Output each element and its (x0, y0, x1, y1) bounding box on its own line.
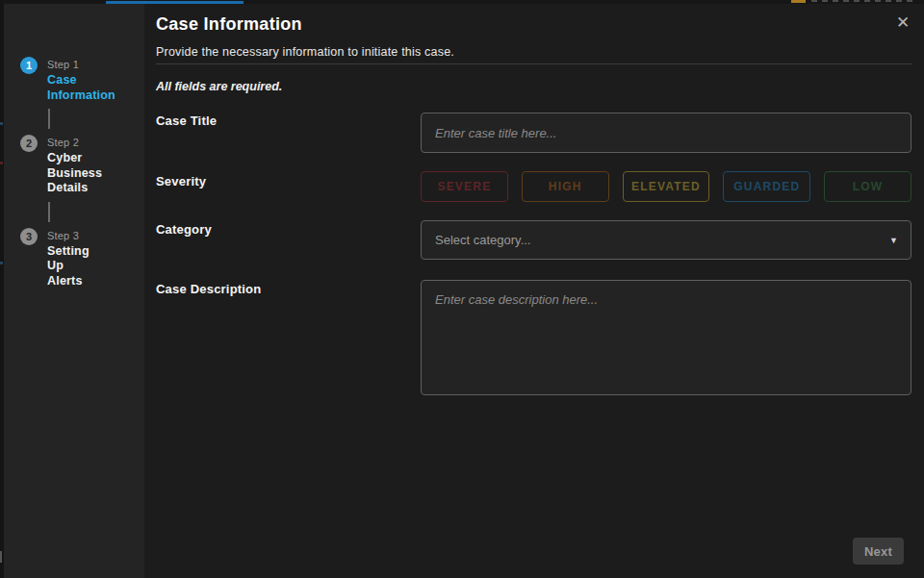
severity-label: Severity (156, 174, 206, 188)
close-icon[interactable]: ✕ (891, 12, 914, 35)
severity-low-button[interactable]: LOW (824, 171, 911, 202)
required-note: All fields are required. (156, 80, 282, 93)
step-2-label: Step 2 (47, 137, 102, 148)
step-2-texts: Step 2 Cyber Business Details (47, 135, 102, 196)
case-description-label: Case Description (156, 282, 261, 296)
wizard-body: Case Information Provide the necessary i… (144, 4, 924, 578)
step-3-circle-icon: 3 (20, 228, 38, 245)
case-title-input[interactable] (421, 113, 911, 153)
category-select[interactable]: Select category... ▼ (421, 220, 911, 260)
severity-elevated-button[interactable]: ELEVATED (623, 171, 710, 202)
severity-severe-button[interactable]: SEVERE (421, 171, 508, 202)
step-2-circle-icon: 2 (20, 135, 38, 152)
wizard-stepper: 1 Step 1 Case Information 2 Step 2 Cyber… (4, 4, 144, 578)
background-warning-icon (791, 0, 806, 3)
step-1-name: Case Information (47, 73, 116, 103)
case-wizard-modal: 1 Step 1 Case Information 2 Step 2 Cyber… (4, 4, 924, 578)
step-1-label: Step 1 (47, 59, 116, 70)
case-title-field-wrap (421, 113, 911, 153)
background-truncated-text (811, 0, 912, 2)
page-subtitle: Provide the necessary information to ini… (156, 45, 454, 59)
step-3-name: Setting Up Alerts (47, 244, 90, 289)
app-background: 1 Step 1 Case Information 2 Step 2 Cyber… (0, 0, 924, 578)
case-description-field-wrap (421, 280, 911, 395)
rail-dot-icon (0, 162, 3, 164)
next-button[interactable]: Next (853, 538, 904, 565)
stepper-step-2[interactable]: 2 Step 2 Cyber Business Details (20, 135, 137, 196)
header-divider (156, 63, 912, 64)
rail-dot-icon (0, 122, 3, 125)
step-1-texts: Step 1 Case Information (47, 57, 116, 103)
severity-guarded-button[interactable]: GUARDED (723, 171, 810, 202)
category-selected-value: Select category... (435, 233, 530, 247)
page-title: Case Information (156, 14, 302, 35)
caret-down-icon: ▼ (889, 236, 898, 245)
severity-high-button[interactable]: HIGH (522, 171, 609, 202)
rail-scrollbar (0, 551, 2, 563)
category-label: Category (156, 222, 212, 237)
stepper-connector (48, 202, 50, 222)
stepper-step-3[interactable]: 3 Step 3 Setting Up Alerts (20, 228, 137, 289)
case-description-textarea[interactable] (421, 280, 911, 395)
rail-dot-icon (0, 262, 3, 264)
severity-button-group: SEVERE HIGH ELEVATED GUARDED LOW (421, 171, 911, 202)
category-field-wrap: Select category... ▼ (421, 220, 911, 260)
step-1-circle-icon: 1 (20, 57, 38, 74)
stepper-step-1[interactable]: 1 Step 1 Case Information (20, 57, 137, 103)
step-2-name: Cyber Business Details (47, 151, 102, 196)
step-3-label: Step 3 (47, 230, 90, 241)
case-title-label: Case Title (156, 113, 217, 128)
step-3-texts: Step 3 Setting Up Alerts (47, 228, 90, 289)
stepper-connector (48, 109, 50, 129)
